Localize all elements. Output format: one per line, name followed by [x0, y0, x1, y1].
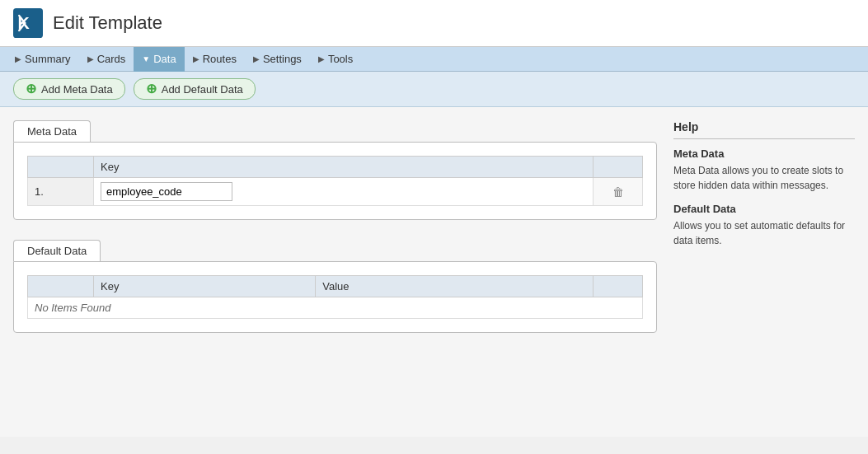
meta-col-key-header: Key	[94, 157, 594, 178]
add-meta-data-button[interactable]: ⊕ Add Meta Data	[13, 78, 125, 100]
plus-icon-2: ⊕	[146, 82, 157, 96]
main-content: Meta Data Key 1.	[0, 107, 868, 437]
nav-arrow: ▼	[142, 54, 150, 63]
meta-data-table: Key 1. 🗑	[27, 156, 643, 206]
content-area: Meta Data Key 1.	[13, 120, 657, 424]
default-col-value-header: Value	[316, 276, 594, 297]
nav-label: Settings	[263, 53, 302, 65]
nav-item-settings[interactable]: ▶Settings	[245, 47, 310, 72]
nav-label: Routes	[203, 53, 237, 65]
default-col-action-header	[594, 276, 643, 297]
nav-label: Cards	[97, 53, 126, 65]
help-panel: Help Meta DataMeta Data allows you to cr…	[673, 120, 855, 424]
header: K Edit Template	[0, 0, 868, 47]
nav-item-data[interactable]: ▼Data	[134, 47, 184, 72]
app-logo: K	[13, 8, 43, 38]
nav-arrow: ▶	[318, 54, 325, 63]
default-col-key-header: Key	[94, 276, 316, 297]
page-title: Edit Template	[53, 12, 162, 34]
help-section-heading: Default Data	[673, 203, 855, 215]
row-number: 1.	[28, 178, 94, 206]
nav-arrow: ▶	[193, 54, 199, 63]
add-meta-label: Add Meta Data	[41, 83, 113, 96]
nav-item-tools[interactable]: ▶Tools	[310, 47, 361, 72]
meta-col-num-header	[28, 157, 94, 178]
nav-label: Summary	[25, 53, 71, 65]
nav-label: Tools	[328, 53, 353, 65]
help-title: Help	[673, 120, 855, 139]
nav-arrow: ▶	[253, 54, 260, 63]
meta-data-body: Key 1. 🗑	[13, 142, 657, 220]
table-row-empty: No Items Found	[28, 297, 643, 319]
nav-item-cards[interactable]: ▶Cards	[79, 47, 134, 72]
default-data-body: Key Value No Items Found	[13, 261, 657, 333]
add-default-data-button[interactable]: ⊕ Add Default Data	[134, 78, 256, 100]
no-items-cell: No Items Found	[28, 297, 643, 319]
nav-label: Data	[153, 53, 176, 65]
row-key-cell	[94, 178, 594, 206]
table-row: 1. 🗑	[28, 178, 643, 206]
navbar: ▶Summary▶Cards▼Data▶Routes▶Settings▶Tool…	[0, 47, 868, 72]
toolbar: ⊕ Add Meta Data ⊕ Add Default Data	[0, 72, 868, 107]
add-default-label: Add Default Data	[162, 83, 243, 96]
default-data-tab[interactable]: Default Data	[13, 240, 101, 261]
help-section-text: Meta Data allows you to create slots to …	[673, 163, 855, 193]
nav-item-summary[interactable]: ▶Summary	[7, 47, 79, 72]
default-data-table: Key Value No Items Found	[27, 275, 643, 319]
nav-arrow: ▶	[87, 54, 94, 63]
meta-data-section: Meta Data Key 1.	[13, 120, 657, 220]
nav-item-routes[interactable]: ▶Routes	[185, 47, 245, 72]
meta-key-input[interactable]	[101, 182, 232, 201]
default-data-section: Default Data Key Value	[13, 240, 657, 333]
plus-icon: ⊕	[26, 82, 36, 96]
row-action-cell: 🗑	[594, 178, 643, 206]
default-col-num-header	[28, 276, 94, 297]
help-section-heading: Meta Data	[673, 147, 855, 160]
delete-row-button[interactable]: 🗑	[612, 185, 624, 199]
meta-data-tab[interactable]: Meta Data	[13, 120, 91, 142]
nav-arrow: ▶	[15, 54, 21, 63]
no-items-text: No Items Found	[35, 302, 111, 314]
help-section-text: Allows you to set automatic defaults for…	[673, 218, 855, 248]
meta-col-action-header	[594, 157, 643, 178]
